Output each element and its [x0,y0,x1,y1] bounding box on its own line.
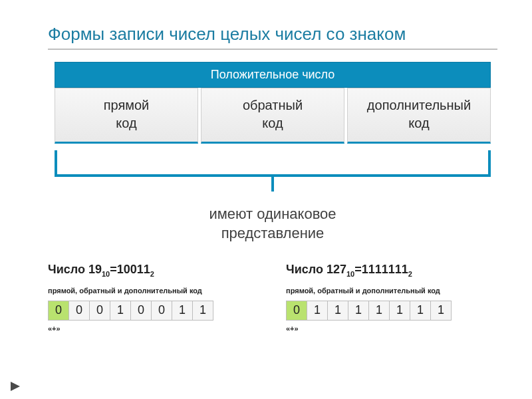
bit: 1 [430,301,452,321]
col-inverse-l2: код [204,114,341,132]
col-inverse-l1: обратный [204,96,341,114]
bit: 1 [307,301,328,321]
bit: 1 [410,301,431,321]
ex1-num: Число 19 [48,263,102,276]
ex2-num: Число 127 [286,263,346,276]
ex1-bin: =10011 [110,263,150,276]
ex2-bin: =1111111 [354,263,408,276]
example-127-title: Число 12710=11111112 [286,263,497,278]
bit: 0 [48,301,69,321]
bit: 0 [130,301,152,321]
example-19-sign: «+» [48,325,259,332]
example-19-sub: прямой, обратный и дополнительный код [48,285,259,298]
bit: 0 [68,301,90,321]
col-complement: дополнительный код [347,88,491,144]
ex1-base2: 2 [150,270,154,278]
bit: 0 [286,301,307,321]
bracket [55,144,491,203]
bit: 1 [389,301,410,321]
col-complement-l2: код [350,114,487,132]
ex1-base1: 10 [102,270,110,278]
bit: 1 [368,301,390,321]
code-types-row: прямой код обратный код дополнительный к… [48,88,497,144]
bracket-shape [55,150,491,177]
ex2-base2: 2 [408,270,412,278]
bracket-label-l1: имеют одинаковое [48,205,497,224]
bracket-label: имеют одинаковое представление [48,205,497,243]
slide-marker-icon [11,382,20,391]
bracket-stem [271,177,274,192]
bit: 1 [348,301,369,321]
example-127-sub: прямой, обратный и дополнительный код [286,285,497,298]
bit: 0 [151,301,172,321]
col-direct: прямой код [55,88,198,144]
bit: 0 [89,301,110,321]
example-127: Число 12710=11111112 прямой, обратный и … [286,263,497,332]
col-direct-l1: прямой [58,96,195,114]
col-direct-l2: код [58,114,195,132]
bracket-label-l2: представление [48,224,497,243]
ex2-base1: 10 [346,270,354,278]
example-19-title: Число 1910=100112 [48,263,259,278]
bit: 1 [192,301,213,321]
bit: 1 [327,301,348,321]
example-127-sign: «+» [286,325,497,332]
page-title: Формы записи чисел целых чисел со знаком [48,24,497,50]
example-19: Число 1910=100112 прямой, обратный и доп… [48,263,259,332]
col-complement-l1: дополнительный [350,96,487,114]
bit: 1 [172,301,193,321]
col-inverse: обратный код [201,88,344,144]
example-127-byte: 0 1 1 1 1 1 1 1 [286,301,497,321]
example-19-byte: 0 0 0 1 0 0 1 1 [48,301,259,321]
bit: 1 [110,301,131,321]
header-positive-number: Положительное число [55,62,491,88]
